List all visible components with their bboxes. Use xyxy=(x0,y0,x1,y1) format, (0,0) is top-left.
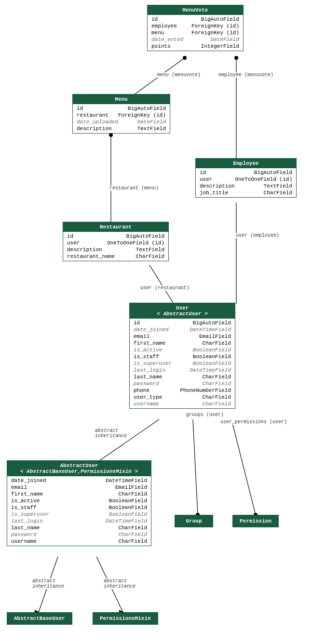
label-groups-user: groups (user) xyxy=(186,412,224,417)
label-employee-menuvote: employee (menuvote) xyxy=(218,72,274,78)
svg-point-1 xyxy=(183,56,187,60)
label-menu-menuvote: menu (menuvote) xyxy=(157,72,201,78)
label-user-restaurant: user (restaurant) xyxy=(140,285,190,291)
svg-line-12 xyxy=(231,419,256,515)
table-menuvote: MenuVote idBigAutoField employeeForeignK… xyxy=(147,5,244,51)
label-user-employee: user (employee) xyxy=(235,233,280,238)
table-user-header: User< AbstractUser > xyxy=(130,303,235,319)
table-user: User< AbstractUser > idBigAutoField date… xyxy=(129,303,235,409)
table-menu-header: Menu xyxy=(73,94,170,104)
label-abstract-inheritance-pm: abstract inheritance xyxy=(103,578,136,589)
label-user-permissions: user_permissions (user) xyxy=(220,419,287,425)
table-menuvote-header: MenuVote xyxy=(148,5,243,15)
table-menu: Menu idBigAutoField restaurantForeignKey… xyxy=(72,94,170,134)
standalone-abstractbaseuser: AbstractBaseUser xyxy=(7,612,72,625)
table-employee-header: Employee xyxy=(196,159,296,168)
table-restaurant: Restaurant idBigAutoField userOneToOneFi… xyxy=(63,222,169,261)
svg-point-3 xyxy=(234,56,238,60)
svg-line-8 xyxy=(96,419,159,463)
standalone-group: Group xyxy=(175,515,213,527)
label-abstract-inheritance-abu: abstract inheritance xyxy=(32,578,65,589)
table-abstractuser-header: AbstractUser< AbstractBaseUser,Permissio… xyxy=(7,461,151,476)
standalone-permissionsmixin: PermissionsMixin xyxy=(93,612,158,625)
svg-point-5 xyxy=(109,133,113,137)
table-abstractuser: AbstractUser< AbstractBaseUser,Permissio… xyxy=(7,460,151,546)
diagram-container: MenuVote idBigAutoField employeeForeignK… xyxy=(0,0,312,644)
label-restaurant-menu: restaurant (menu) xyxy=(109,186,159,191)
standalone-permission: Permission xyxy=(232,515,279,527)
table-employee: Employee idBigAutoField userOneToOneFiel… xyxy=(195,158,297,198)
svg-line-6 xyxy=(149,265,174,304)
label-abstract-inheritance-1: abstract inheritance xyxy=(95,428,127,439)
table-restaurant-header: Restaurant xyxy=(63,222,168,232)
svg-line-10 xyxy=(193,419,198,515)
